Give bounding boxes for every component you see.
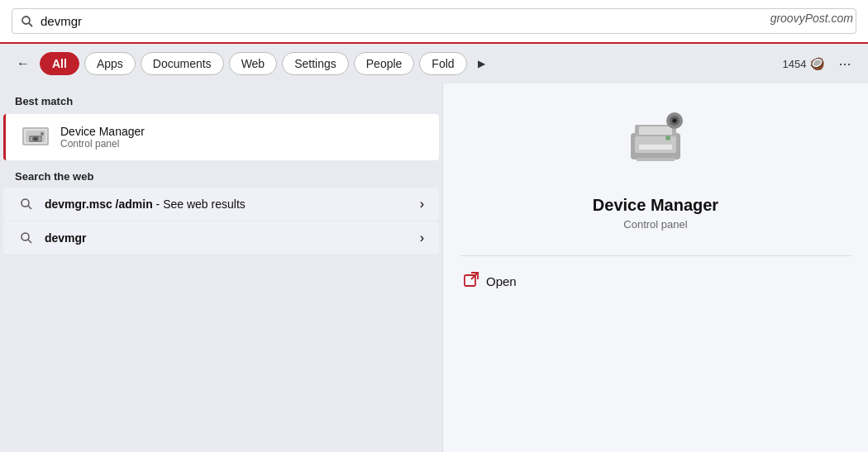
open-icon	[463, 271, 479, 292]
svg-point-12	[21, 233, 29, 240]
best-match-label: Best match	[0, 95, 442, 114]
web-result-item-0[interactable]: devmgr.msc /admin - See web results ›	[3, 188, 439, 221]
search-web-icon-1	[18, 230, 35, 246]
search-icon	[21, 15, 34, 28]
best-match-title: Device Manager	[60, 125, 145, 138]
svg-rect-16	[639, 145, 672, 150]
tab-web[interactable]: Web	[229, 52, 278, 75]
web-result-arrow-0: ›	[420, 197, 424, 212]
svg-line-1	[29, 23, 32, 26]
web-result-text-0: devmgr.msc /admin - See web results	[45, 197, 410, 211]
search-web-icon-0	[18, 196, 35, 212]
svg-line-13	[28, 240, 31, 243]
detail-title: Device Manager	[593, 196, 718, 215]
svg-point-10	[21, 199, 29, 207]
svg-point-22	[674, 120, 676, 122]
detail-divider	[460, 255, 851, 256]
main-content: Best match Device Manager	[0, 83, 868, 452]
best-match-text: Device Manager Control panel	[60, 125, 145, 150]
tab-documents[interactable]: Documents	[141, 52, 224, 75]
left-panel: Best match Device Manager	[0, 83, 442, 452]
web-result-text-1: devmgr	[45, 231, 410, 245]
tab-fold[interactable]: Fold	[419, 52, 466, 75]
tabs-right: 1454 🥥 ···	[782, 52, 856, 75]
tabs-bar: ← All Apps Documents Web Settings People…	[0, 44, 868, 83]
svg-point-0	[22, 17, 30, 24]
search-bar-container	[0, 0, 868, 44]
credits-icon: 🥥	[809, 56, 825, 70]
svg-point-7	[41, 132, 44, 136]
tab-settings[interactable]: Settings	[282, 52, 349, 75]
best-match-item[interactable]: Device Manager Control panel	[3, 114, 439, 160]
web-result-item-1[interactable]: devmgr ›	[3, 221, 439, 255]
best-match-subtitle: Control panel	[60, 138, 145, 150]
tab-all[interactable]: All	[40, 52, 79, 75]
watermark: groovyPost.com	[770, 12, 853, 25]
tab-apps[interactable]: Apps	[84, 52, 136, 75]
more-options-button[interactable]: ···	[833, 52, 856, 75]
svg-rect-18	[639, 126, 672, 135]
web-result-arrow-1: ›	[420, 231, 424, 245]
search-input[interactable]	[41, 14, 847, 28]
svg-line-26	[471, 273, 478, 279]
credits-value: 1454 🥥	[782, 56, 825, 71]
detail-subtitle: Control panel	[623, 218, 687, 231]
more-tabs-button[interactable]: ▶	[472, 54, 492, 74]
detail-device-manager-icon	[618, 108, 693, 183]
open-button[interactable]: Open	[460, 264, 851, 298]
svg-rect-24	[637, 158, 675, 161]
tab-people[interactable]: People	[354, 52, 415, 75]
svg-point-9	[34, 138, 37, 140]
web-section-label: Search the web	[0, 162, 442, 188]
search-bar	[12, 8, 856, 34]
open-label: Open	[486, 274, 517, 288]
back-button[interactable]: ←	[12, 52, 35, 75]
device-manager-icon	[21, 122, 50, 152]
svg-point-23	[665, 136, 670, 140]
right-panel: Device Manager Control panel Open	[442, 83, 868, 452]
svg-line-11	[28, 206, 31, 209]
